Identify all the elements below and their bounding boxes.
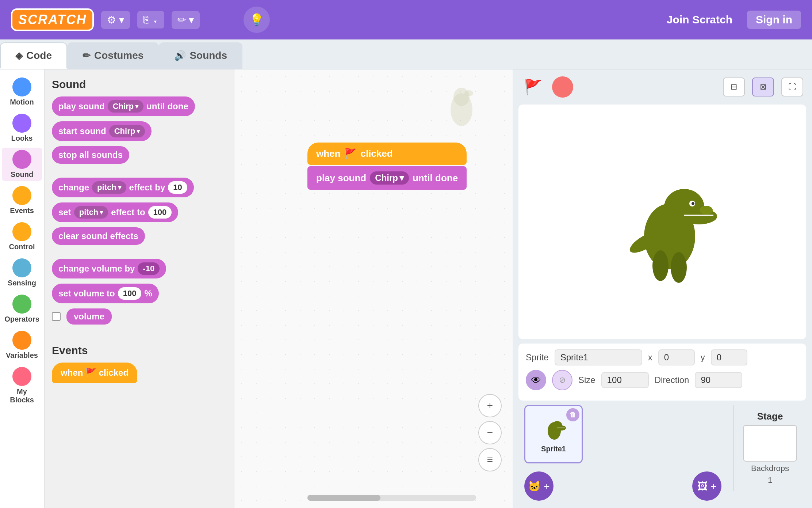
sign-in-button[interactable]: Sign in — [747, 11, 801, 29]
add-sprite-button[interactable]: 🐱 + — [524, 471, 554, 501]
x-input[interactable] — [658, 349, 695, 365]
delete-sprite1-button[interactable]: 🗑 — [566, 408, 579, 421]
script-canvas[interactable]: when 🚩 clicked play sound Chirp ▾ until … — [234, 69, 513, 508]
sprite-card-sprite1[interactable]: 🗑 Sprite1 — [524, 405, 583, 463]
svg-point-8 — [692, 202, 694, 205]
sidebar-item-control[interactable]: Control — [2, 220, 42, 253]
set-effect-amount[interactable]: 100 — [148, 206, 172, 219]
sidebar-item-sound[interactable]: Sound — [2, 148, 42, 181]
sidebar-item-events[interactable]: Events — [2, 184, 42, 217]
play-sound-label: play sound — [58, 101, 105, 111]
sprite-props-row2: 👁 ⊘ Size Direction — [526, 370, 799, 390]
settings-button[interactable]: ⚙ ▾ — [101, 11, 130, 29]
set-volume-block[interactable]: set volume to 100 % — [52, 284, 159, 303]
volume-reporter-block[interactable]: volume — [66, 308, 112, 325]
script-play-sound-block[interactable]: play sound Chirp ▾ until done — [307, 166, 467, 190]
sidebar-item-sensing[interactable]: Sensing — [2, 256, 42, 289]
set-volume-value[interactable]: 100 — [118, 287, 142, 300]
clear-effects-block[interactable]: clear sound effects — [52, 227, 145, 245]
layout-split-button[interactable]: ⊠ — [752, 77, 774, 96]
change-effect-selector[interactable]: pitch ▾ — [92, 181, 126, 194]
scratch-logo[interactable]: SCRATCH — [11, 8, 94, 31]
svg-point-10 — [652, 250, 669, 281]
change-effect-amount[interactable]: 10 — [168, 181, 187, 194]
tab-costumes[interactable]: ✏ Costumes — [67, 42, 159, 69]
zoom-out-button[interactable]: − — [478, 421, 502, 444]
tutorials-button[interactable]: 💡 — [244, 7, 270, 33]
add-backdrop-button[interactable]: 🖼 + — [692, 471, 721, 501]
stage-panel: 🚩 ⊟ ⊠ ⛶ — [513, 69, 812, 508]
fullscreen-button[interactable]: ⛶ — [781, 77, 803, 96]
play-sound-sound-selector[interactable]: Chirp ▾ — [108, 100, 143, 113]
flag-button[interactable]: 🚩 — [521, 75, 545, 99]
stage-section-title: Stage — [757, 411, 783, 422]
hat-block-text: when — [316, 148, 340, 159]
events-label: Events — [10, 206, 34, 215]
change-effect-block[interactable]: change pitch ▾ effect by 10 — [52, 178, 194, 197]
join-scratch-button[interactable]: Join Scratch — [659, 14, 740, 26]
volume-checkbox[interactable] — [52, 312, 61, 321]
sprite-cards: 🗑 Sprite1 — [518, 405, 727, 468]
set-effect-block[interactable]: set pitch ▾ effect to 100 — [52, 202, 178, 222]
script-play-sound-name: Chirp — [375, 173, 398, 183]
set-effect-selector[interactable]: pitch ▾ — [74, 206, 108, 219]
show-sprite-button[interactable]: 👁 — [526, 370, 546, 390]
sidebar-item-variables[interactable]: Variables — [2, 329, 42, 362]
play-sound-block[interactable]: play sound Chirp ▾ until done — [52, 96, 195, 116]
direction-label: Direction — [655, 375, 689, 385]
script-play-suffix: until done — [413, 173, 458, 184]
tab-sounds[interactable]: 🔊 Sounds — [159, 42, 242, 69]
hide-sprite-button[interactable]: ⊘ — [552, 370, 572, 390]
change-effect-chevron: ▾ — [118, 183, 121, 192]
canvas-scrollbar-thumb[interactable] — [307, 495, 380, 501]
start-sound-block[interactable]: start sound Chirp ▾ — [52, 121, 152, 141]
zoom-in-button[interactable]: + — [478, 394, 502, 417]
hat-block[interactable]: when 🚩 clicked — [307, 143, 467, 165]
change-effect-value: pitch — [97, 183, 116, 192]
sidebar-item-operators[interactable]: Operators — [2, 292, 42, 326]
layout-small-button[interactable]: ⊟ — [723, 77, 745, 96]
events-hat-block[interactable]: when 🚩 clicked — [52, 363, 137, 383]
set-volume-label: set volume to — [58, 288, 115, 299]
events-dot — [12, 186, 31, 205]
script-play-chevron: ▾ — [399, 173, 404, 183]
stage-thumbnail[interactable] — [743, 425, 797, 462]
tab-code[interactable]: ◈ Code — [0, 42, 67, 69]
variables-dot — [12, 331, 31, 350]
change-effect-block-row: change pitch ▾ effect by 10 — [52, 178, 226, 197]
costumes-tab-icon: ✏ — [83, 50, 91, 61]
stop-button[interactable] — [552, 76, 573, 98]
sensing-label: Sensing — [8, 279, 36, 287]
change-effect-suffix: effect by — [129, 182, 165, 193]
flag-icon-in-block: 🚩 — [344, 148, 357, 160]
play-sound-chevron: ▾ — [135, 102, 138, 110]
sidebar-item-motion[interactable]: Motion — [2, 75, 42, 109]
change-volume-block[interactable]: change volume by -10 — [52, 259, 166, 278]
events-section-title: Events — [52, 344, 226, 357]
stop-sounds-block-row: stop all sounds — [52, 146, 226, 164]
size-input[interactable] — [601, 372, 649, 388]
sprite-name-input[interactable] — [555, 349, 642, 365]
y-input[interactable] — [711, 349, 747, 365]
sprite-label: Sprite — [526, 352, 549, 363]
stop-sounds-block[interactable]: stop all sounds — [52, 146, 129, 164]
sidebar-item-myblocks[interactable]: My Blocks — [2, 365, 42, 406]
fit-screen-button[interactable]: ≡ — [478, 448, 502, 471]
set-volume-unit: % — [144, 288, 152, 299]
x-label: x — [648, 352, 652, 363]
change-volume-value[interactable]: -10 — [138, 262, 160, 275]
volume-reporter-label: volume — [74, 311, 104, 322]
sidebar-item-looks[interactable]: Looks — [2, 111, 42, 145]
change-volume-label: change volume by — [58, 264, 135, 274]
save-button[interactable]: ⎘ ▾ — [137, 11, 164, 29]
edit-button[interactable]: ✏ ▾ — [172, 11, 200, 29]
canvas-scrollbar[interactable] — [307, 495, 476, 501]
direction-input[interactable] — [695, 372, 742, 388]
control-dot — [12, 222, 31, 241]
sounds-tab-icon: 🔊 — [174, 50, 186, 61]
blocks-panel: Sound play sound Chirp ▾ until done star… — [45, 69, 234, 508]
clear-effects-label: clear sound effects — [58, 231, 138, 241]
script-play-sound-selector[interactable]: Chirp ▾ — [370, 171, 409, 185]
start-sound-selector[interactable]: Chirp ▾ — [109, 125, 145, 137]
main-layout: Motion Looks Sound Events Control Sensin… — [0, 69, 812, 508]
